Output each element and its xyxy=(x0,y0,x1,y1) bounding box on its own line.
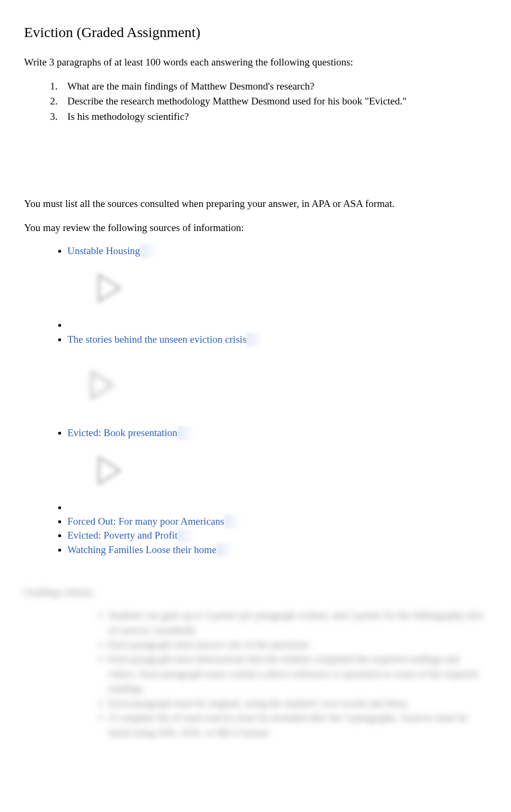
play-icon xyxy=(96,452,123,489)
grading-item: A complete list of used sources must be … xyxy=(108,710,487,740)
grading-item: Each paragraph must be original, using t… xyxy=(108,696,487,710)
sources-note: You must list all the sources consulted … xyxy=(24,196,487,212)
list-item: The stories behind the unseen eviction c… xyxy=(67,333,487,404)
list-item-empty xyxy=(67,318,487,332)
play-icon xyxy=(89,366,115,404)
list-item: Unstable Housing xyxy=(67,244,487,306)
intro-text: Write 3 paragraphs of at least 100 words… xyxy=(24,55,487,70)
sources-list: Unstable Housing The stories behind the … xyxy=(67,244,487,557)
questions-list: What are the main findings of Matthew De… xyxy=(60,79,487,125)
list-item: Forced Out: For many poor Americans xyxy=(67,515,487,528)
link-book-presentation[interactable]: Evicted: Book presentation xyxy=(67,427,178,438)
review-note: You may review the following sources of … xyxy=(24,220,487,236)
list-item: Evicted: Poverty and Profit xyxy=(67,528,487,542)
grading-item: Students can gain up to 3 points per par… xyxy=(108,608,487,637)
question-item: Describe the research methodology Matthe… xyxy=(60,94,487,109)
grading-list: Students can gain up to 3 points per par… xyxy=(108,608,487,740)
list-item-empty xyxy=(67,501,487,515)
link-unstable-housing[interactable]: Unstable Housing xyxy=(67,245,140,257)
play-icon xyxy=(96,270,123,306)
question-item: What are the main findings of Matthew De… xyxy=(60,79,487,94)
link-poverty-profit[interactable]: Evicted: Poverty and Profit xyxy=(67,529,178,541)
link-eviction-crisis[interactable]: The stories behind the unseen eviction c… xyxy=(67,334,246,345)
question-item: Is his methodology scientific? xyxy=(60,109,487,125)
grading-section: Grading criteria: Students can gain up t… xyxy=(24,586,487,740)
link-forced-out[interactable]: Forced Out: For many poor Americans xyxy=(67,516,224,527)
spacer xyxy=(24,139,487,196)
link-watching-families[interactable]: Watching Families Loose their home xyxy=(67,544,217,555)
page-title: Eviction (Graded Assignment) xyxy=(24,24,487,40)
grading-item: Each paragraph must demonstrate that the… xyxy=(108,652,487,696)
list-item: Evicted: Book presentation xyxy=(67,426,487,488)
list-item: Watching Families Loose their home xyxy=(67,543,487,557)
grading-title: Grading criteria: xyxy=(24,586,487,598)
grading-item: Each paragraph must answer one of the qu… xyxy=(108,637,487,652)
